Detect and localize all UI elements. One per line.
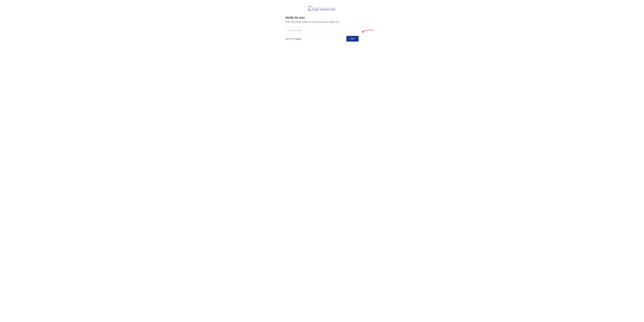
not-now-group: Not Now? Logout [286, 38, 301, 40]
actions-row: Not Now? Logout Next [286, 36, 358, 42]
phone-number-input[interactable] [286, 27, 358, 34]
annotation-arrow-icon [361, 29, 375, 34]
brand-logo: OME TRUMPETER [308, 5, 336, 11]
not-now-text: Not Now? [286, 38, 295, 40]
next-button[interactable]: Next [346, 36, 358, 42]
logo-wrapper: OME TRUMPETER [286, 5, 358, 11]
verify-heading: Verify its you [286, 16, 358, 20]
verify-subtext: Enter your phone number so we can send y… [286, 21, 358, 23]
home-trumpeter-logo-icon: OME TRUMPETER [308, 5, 336, 11]
content-container: OME TRUMPETER Verify its you Enter your … [286, 0, 358, 42]
logout-link[interactable]: Logout [295, 38, 301, 40]
logo-text: OME TRUMPETER [313, 9, 335, 11]
page-wrapper: OME TRUMPETER Verify its you Enter your … [0, 0, 644, 42]
